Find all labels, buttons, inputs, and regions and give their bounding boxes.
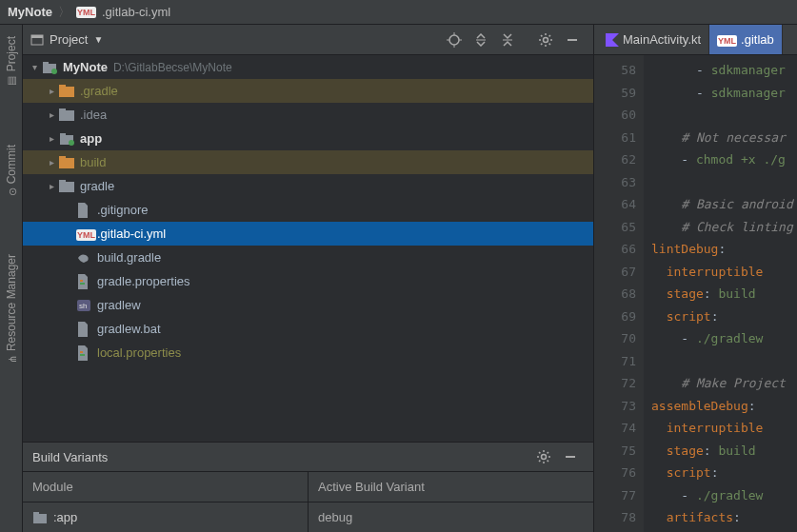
resources-icon: ⋔ — [5, 355, 17, 364]
file-icon — [76, 203, 93, 218]
tree-file-gradlewbat[interactable]: gradlew.bat — [23, 317, 593, 341]
folder-icon: ▥ — [5, 75, 17, 88]
gradle-icon — [76, 251, 93, 265]
kotlin-icon — [606, 33, 619, 47]
yml-icon: YML — [76, 227, 93, 241]
module-icon — [59, 132, 76, 146]
svg-point-31 — [542, 455, 547, 460]
rail-project[interactable]: ▥ Project — [5, 36, 18, 88]
project-view-icon — [30, 33, 44, 47]
editor-tabs: MainActivity.kt YML .gitlab — [594, 25, 797, 55]
col-variant: Active Build Variant — [309, 472, 593, 502]
svg-rect-1 — [31, 35, 43, 38]
folder-icon — [59, 108, 76, 121]
left-tool-rail: ▥ Project ⊙ Commit ⋔ Resource Manager — [0, 25, 23, 532]
svg-rect-29 — [80, 351, 83, 353]
editor-gutter: 5859606162636465666768697071727374757677… — [594, 55, 644, 532]
svg-point-2 — [449, 35, 459, 45]
arrow-collapsed-icon[interactable]: ▸ — [44, 181, 59, 191]
tree-folder-gradle2[interactable]: ▸ gradle — [23, 174, 593, 198]
chevron-down-icon: ▼ — [93, 34, 103, 45]
module-name: :app — [53, 510, 77, 524]
tree-file-buildgradle[interactable]: build.gradle — [23, 246, 593, 269]
svg-rect-26 — [80, 283, 85, 285]
rail-resource-manager[interactable]: ⋔ Resource Manager — [5, 254, 18, 364]
properties-icon — [76, 274, 93, 289]
svg-rect-14 — [59, 87, 74, 97]
svg-rect-23 — [59, 182, 74, 192]
locate-icon[interactable] — [446, 31, 463, 49]
yml-icon: YML — [76, 7, 96, 18]
arrow-collapsed-icon[interactable]: ▸ — [44, 157, 59, 167]
breadcrumb: MyNote 〉 YML .gitlab-ci.yml — [0, 0, 797, 25]
variants-table-row[interactable]: :app debug — [23, 502, 593, 532]
folder-icon — [59, 156, 76, 168]
commit-icon: ⊙ — [5, 188, 17, 197]
build-variants-title: Build Variants — [32, 450, 108, 464]
gear-icon[interactable] — [537, 31, 554, 49]
tab-mainactivity[interactable]: MainActivity.kt — [598, 25, 709, 54]
svg-point-13 — [51, 69, 57, 74]
svg-rect-34 — [33, 512, 39, 515]
arrow-collapsed-icon[interactable]: ▸ — [44, 133, 59, 144]
tree-folder-app[interactable]: ▸ app — [23, 127, 593, 150]
svg-rect-19 — [60, 133, 66, 136]
code-editor[interactable]: 5859606162636465666768697071727374757677… — [594, 55, 797, 532]
tree-file-gradleprops[interactable]: gradle.properties — [23, 269, 593, 293]
svg-rect-16 — [59, 110, 74, 121]
svg-rect-30 — [80, 354, 85, 356]
gear-icon[interactable] — [535, 448, 552, 465]
tree-file-gitlabci[interactable]: YML .gitlab-ci.yml — [23, 222, 593, 246]
collapse-all-icon[interactable] — [499, 31, 516, 49]
svg-rect-24 — [59, 180, 66, 183]
col-module: Module — [23, 472, 309, 502]
shell-icon: sh — [76, 299, 93, 312]
svg-point-20 — [69, 140, 74, 146]
svg-rect-21 — [59, 158, 74, 168]
variants-table-header: Module Active Build Variant — [23, 471, 593, 502]
svg-text:sh: sh — [79, 302, 87, 310]
tree-root[interactable]: ▾ MyNote D:\GitlabBecse\MyNote — [23, 55, 593, 79]
expand-all-icon[interactable] — [472, 31, 489, 49]
svg-rect-22 — [59, 156, 66, 159]
tree-file-gradlew[interactable]: sh gradlew — [23, 293, 593, 317]
svg-rect-15 — [59, 85, 66, 88]
project-tree[interactable]: ▾ MyNote D:\GitlabBecse\MyNote ▸ .gradle… — [23, 55, 593, 442]
breadcrumb-file[interactable]: .gitlab-ci.yml — [102, 5, 170, 19]
folder-icon — [59, 85, 76, 97]
chevron-right-icon: 〉 — [58, 4, 70, 21]
variant-value[interactable]: debug — [309, 502, 593, 532]
editor-code[interactable]: - sdkmanager - sdkmanager # Not necessar… — [644, 55, 797, 532]
tree-folder-gradle[interactable]: ▸ .gradle — [23, 79, 593, 103]
tab-gitlabci[interactable]: YML .gitlab — [709, 25, 783, 54]
breadcrumb-project[interactable]: MyNote — [8, 5, 52, 19]
yml-icon: YML — [717, 32, 737, 47]
minimize-icon[interactable] — [564, 31, 581, 49]
minimize-icon[interactable] — [562, 448, 579, 465]
build-variants-panel: Build Variants Module Active Build Varia… — [23, 442, 593, 532]
arrow-expanded-icon[interactable]: ▾ — [27, 62, 42, 72]
svg-rect-25 — [80, 280, 83, 282]
module-icon — [32, 511, 48, 524]
tree-folder-build[interactable]: ▸ build — [23, 150, 593, 174]
project-view-selector[interactable]: Project ▼ — [30, 32, 103, 47]
folder-icon — [59, 180, 76, 192]
file-icon — [76, 322, 93, 337]
svg-rect-12 — [43, 62, 49, 65]
rail-commit[interactable]: ⊙ Commit — [5, 145, 18, 196]
properties-icon — [76, 345, 93, 361]
tree-file-localprops[interactable]: local.properties — [23, 341, 593, 365]
module-icon — [42, 61, 59, 74]
svg-point-9 — [544, 37, 548, 42]
arrow-collapsed-icon[interactable]: ▸ — [44, 86, 59, 96]
svg-rect-17 — [59, 108, 66, 111]
tree-file-gitignore[interactable]: .gitignore — [23, 198, 593, 222]
svg-rect-33 — [33, 514, 47, 523]
project-toolbar: Project ▼ — [23, 25, 593, 55]
arrow-collapsed-icon[interactable]: ▸ — [44, 109, 59, 120]
tree-folder-idea[interactable]: ▸ .idea — [23, 103, 593, 127]
